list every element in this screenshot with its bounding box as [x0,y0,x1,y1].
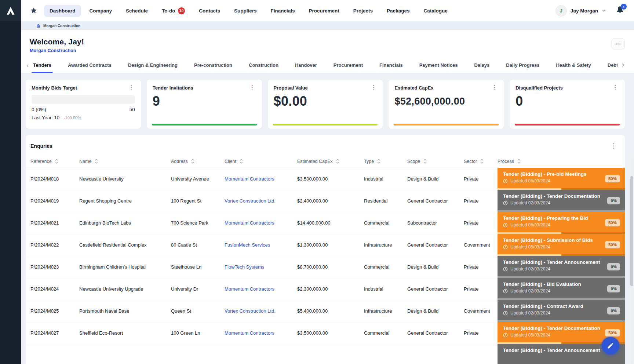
column-header-name[interactable]: Name [79,159,171,164]
process-percent-badge: 50% [605,241,620,248]
table-row[interactable]: P/2024/M024Newcastle University UpgradeU… [26,278,625,300]
nav-item-contacts[interactable]: Contacts [193,5,226,17]
table-row[interactable]: P/2024/M022Castlefield Residential Compl… [26,234,625,256]
kpi-card-head: Monthly Bids Target⋮ [32,85,135,91]
nav-item-procurement[interactable]: Procurement [303,5,345,17]
sort-icon [517,159,521,164]
kpi-card-kebab-menu-icon[interactable]: ⋮ [248,85,256,90]
nav-item-suppliers[interactable]: Suppliers [229,5,262,17]
cell-address: University Avenue [171,176,225,182]
kpi-card-kebab-menu-icon[interactable]: ⋮ [490,85,498,90]
column-header-estimated-capex[interactable]: Estimated CapEx [297,159,364,164]
process-updated: Updated 02/03/2024 [503,288,620,294]
company-link[interactable]: Morgan Construction [30,48,76,53]
table-row[interactable]: P/2024/M021Edinburgh BioTech Labs700 Sci… [26,212,625,234]
tab-payment-notices[interactable]: Payment Notices [419,59,459,73]
nav-item-financials[interactable]: Financials [265,5,300,17]
table-row[interactable]: P/2024/M019Regent Shopping Centre100 Reg… [26,190,625,212]
column-header-type[interactable]: Type [364,159,407,164]
cell-client-link[interactable]: Momentum Contractors [225,330,297,336]
process-title: Tender (Bidding) - Submission of Bids [503,237,620,243]
process-status-bar[interactable]: Tender (Bidding) - Submission of BidsUpd… [498,234,625,256]
user-menu[interactable]: J Jay Morgan [555,5,606,17]
cell-client-link[interactable]: Vortex Construction Ltd. [225,198,297,204]
process-progress-track [498,188,625,190]
process-status-bar[interactable]: Tender (Bidding) - Tender DocumentationU… [498,190,625,212]
cell-client-link[interactable]: FusionMech Services [225,242,297,248]
kpi-card-kebab-menu-icon[interactable]: ⋮ [127,85,135,90]
nav-item-company[interactable]: Company [84,5,118,17]
column-header-process[interactable]: Process [498,159,625,164]
table-row[interactable]: P/2024/M018Newcastle UniversityUniversit… [26,168,625,190]
column-header-scope[interactable]: Scope [407,159,464,164]
cell-sector: Private [464,176,498,182]
tab-handover[interactable]: Handover [294,59,318,73]
cell-sector: Private [464,198,498,204]
kpi-card-kebab-menu-icon[interactable]: ⋮ [369,85,377,90]
cell-client-link[interactable]: Vortex Construction Ltd. [225,308,297,314]
cell-client-link[interactable]: FlowTech Systems [225,264,297,270]
process-status-bar[interactable]: Tender (Bidding) - Contract AwardUpdated… [498,300,625,322]
process-status-bar[interactable]: Tender (Bidding) - Tender AnnouncementUp… [498,256,625,278]
scrollbar-thumb[interactable] [630,176,633,286]
process-status-bar[interactable]: Tender (Bidding) - Bid EvaluationUpdated… [498,278,625,300]
tab-health-safety[interactable]: Health & Safety [555,59,591,73]
cell-type: Commercial [364,330,407,336]
tab-daily-progress[interactable]: Daily Progress [505,59,540,73]
tab-financials[interactable]: Financials [379,59,404,73]
tab-design-engineering[interactable]: Design & Engineering [127,59,178,73]
cell-scope: General Contractor [407,286,464,292]
app-logo[interactable] [0,0,21,21]
column-header-reference[interactable]: Reference [26,159,79,164]
table-row[interactable]: P/2024/M027Sheffield Eco-Resort100 Green… [26,322,625,344]
nav-item-label: Procurement [309,8,339,14]
favorite-star-button[interactable] [30,7,38,15]
user-name: Jay Morgan [571,8,598,14]
cell-process: Tender (Bidding) - Contract AwardUpdated… [498,300,625,322]
column-header-sector[interactable]: Sector [464,159,498,164]
nav-item-dashboard[interactable]: Dashboard [44,5,81,17]
page-more-options-button[interactable]: ... [612,38,625,49]
table-row[interactable]: P/2024/M023Birmingham Children's Hospita… [26,256,625,278]
cell-address: 80 Castle St [171,242,225,248]
cell-capex: $1,300,000.00 [297,242,364,248]
nav-item-schedule[interactable]: Schedule [120,5,153,17]
tabs-scroll-left-icon[interactable]: ‹ [26,59,32,73]
tab-pre-construction[interactable]: Pre-construction [193,59,233,73]
table-row[interactable]: P/2024/M025Portsmouth Naval BaseQueen St… [26,300,625,322]
kpi-card-kebab-menu-icon[interactable]: ⋮ [611,85,619,90]
cell-client-link[interactable]: Momentum Contractors [225,220,297,226]
edit-fab-button[interactable] [602,337,619,354]
column-header-client[interactable]: Client [225,159,297,164]
tab-tenders[interactable]: Tenders [32,59,52,73]
tabs-scroll-right-icon[interactable]: › [617,59,625,72]
column-header-address[interactable]: Address [171,159,225,164]
process-updated-label: Updated 05/03/2024 [510,244,550,250]
process-title: Tender (Bidding) - Tender Documentation [503,193,620,199]
cell-process: Tender (Bidding) - Preparing the BidUpda… [498,212,625,234]
process-updated-label: Updated 05/03/2024 [510,332,550,338]
nav-item-packages[interactable]: Packages [381,5,415,17]
tab-construction[interactable]: Construction [248,59,279,73]
tab-procurement[interactable]: Procurement [333,59,364,73]
process-status-bar[interactable]: Tender (Bidding) - Preparing the BidUpda… [498,212,625,234]
nav-item-catalogue[interactable]: Catalogue [418,5,453,17]
process-progress-fill [498,254,561,256]
cell-client-link[interactable]: Momentum Contractors [225,176,297,182]
table-row[interactable]: Tender (Bidding) - Tender Announcement [26,344,625,364]
nav-item-projects[interactable]: Projects [348,5,378,17]
cell-sector: Private [464,286,498,292]
column-label: Name [79,159,91,164]
enquiries-kebab-menu-icon[interactable]: ⋮ [610,143,617,149]
process-updated: Updated 02/03/2024 [503,266,620,272]
process-status-bar[interactable]: Tender (Bidding) - Pre-bid MeetingsUpdat… [498,168,625,190]
bids-target-footer: Last Year: 10-100.00% [32,115,135,120]
nav-item-to-do[interactable]: To-do10 [156,4,190,18]
breadcrumb[interactable]: Morgan Construction [21,21,634,30]
cell-client-link[interactable]: Momentum Contractors [225,286,297,292]
tab-delays[interactable]: Delays [473,59,490,73]
last-year-label: Last Year: 10 [32,115,59,120]
notifications-button[interactable]: 1 [616,6,624,16]
tab-awarded-contracts[interactable]: Awarded Contracts [67,59,112,73]
kpi-value: 9 [153,94,256,109]
